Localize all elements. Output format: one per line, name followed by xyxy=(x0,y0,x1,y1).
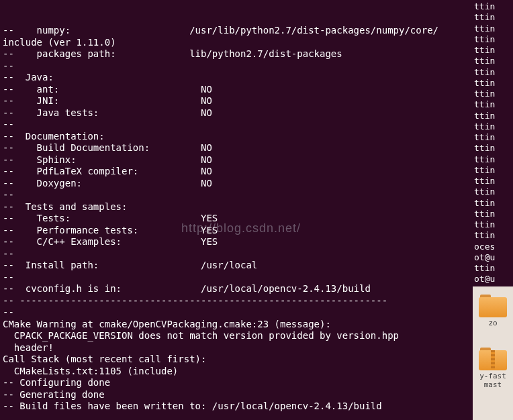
bg-terminal-line: ttin xyxy=(474,99,513,110)
bg-terminal-line: ttin xyxy=(474,1,513,12)
bg-terminal-line: ttin xyxy=(474,143,513,154)
terminal-line: -- xyxy=(3,189,470,201)
bg-terminal-line: ot@u xyxy=(474,252,513,263)
terminal-line: -- packages path: lib/python2.7/dist-pac… xyxy=(3,48,470,60)
terminal-line: CPACK_PACKAGE_VERSION does not match ver… xyxy=(3,330,470,342)
bg-terminal-line: ttin xyxy=(474,230,513,241)
terminal-line: -- numpy: /usr/lib/python2.7/dist-packag… xyxy=(3,25,470,37)
bg-terminal-line: ttin xyxy=(474,154,513,165)
terminal-line: header! xyxy=(3,342,470,354)
terminal-line: -- Documentation: xyxy=(3,131,470,143)
terminal-line: -- xyxy=(3,248,470,260)
desktop-area[interactable]: zo y-fast mast xyxy=(473,286,513,392)
terminal-line: -- xyxy=(3,307,470,319)
terminal-line: -- Build Documentation: NO xyxy=(3,142,470,154)
terminal-line: -- PdfLaTeX compiler: NO xyxy=(3,166,470,178)
terminal-line: -- Tests: YES xyxy=(3,213,470,225)
terminal-line: Call Stack (most recent call first): xyxy=(3,354,470,366)
bg-terminal-line: ttin xyxy=(474,34,513,45)
terminal-line: -- Java: xyxy=(3,72,470,84)
bg-terminal-line: ttin xyxy=(474,111,513,121)
archive-folder-icon[interactable] xyxy=(479,348,507,370)
bg-terminal-line: ttin xyxy=(474,209,513,219)
bg-terminal-line: ttin xyxy=(474,78,513,89)
terminal-line: -- Tests and samples: xyxy=(3,201,470,213)
bg-terminal-line: ttin xyxy=(474,132,513,143)
bg-terminal-line: ttin xyxy=(474,263,513,274)
terminal-line: include (ver 1.11.0) xyxy=(3,37,470,49)
bg-terminal-line: ttin xyxy=(474,23,513,34)
terminal-line: -- Configuring done xyxy=(3,377,470,389)
folder-label: zo xyxy=(474,319,512,327)
bg-terminal-line: ot@u xyxy=(474,274,513,284)
bg-terminal-line: ttin xyxy=(474,176,513,187)
bg-terminal-line: ttin xyxy=(474,165,513,176)
terminal-line: -- Sphinx: NO xyxy=(3,154,470,166)
terminal-line: -- -------------------------------------… xyxy=(3,295,470,307)
terminal-line: -- Java tests: NO xyxy=(3,107,470,119)
terminal-line: -- JNI: NO xyxy=(3,95,470,107)
terminal-window[interactable]: -- numpy: /usr/lib/python2.7/dist-packag… xyxy=(0,0,473,420)
background-terminal-fragment: ttinttinttinttinttinttinttinttinttinttin… xyxy=(473,0,513,286)
bg-terminal-line: ttin xyxy=(474,45,513,56)
folder-label: mast xyxy=(474,380,512,389)
bg-terminal-line: ttin xyxy=(474,67,513,78)
bg-terminal-line: ttin xyxy=(474,219,513,230)
bg-terminal-line: ttin xyxy=(474,12,513,23)
bg-terminal-line: ttin xyxy=(474,56,513,66)
folder-label: y-fast xyxy=(474,372,512,380)
bg-terminal-line: ttin xyxy=(474,89,513,99)
folder-icon[interactable] xyxy=(479,295,507,317)
bg-terminal-line: ttin xyxy=(474,121,513,132)
bg-terminal-line: ttin xyxy=(474,198,513,209)
terminal-line: -- Generating done xyxy=(3,389,470,401)
bg-terminal-line: oces xyxy=(474,242,513,252)
terminal-line: -- cvconfig.h is in: /usr/local/opencv-2… xyxy=(3,283,470,295)
terminal-line: CMakeLists.txt:1105 (include) xyxy=(3,366,470,378)
terminal-line: -- Install path: /usr/local xyxy=(3,260,470,272)
terminal-line: CMake Warning at cmake/OpenCVPackaging.c… xyxy=(3,319,470,331)
terminal-line: -- Performance tests: YES xyxy=(3,225,470,237)
terminal-line: -- xyxy=(3,272,470,284)
terminal-line: -- C/C++ Examples: YES xyxy=(3,236,470,248)
terminal-output: -- numpy: /usr/lib/python2.7/dist-packag… xyxy=(3,25,470,413)
terminal-line: -- Build files have been written to: /us… xyxy=(3,401,470,413)
bg-terminal-line: ttin xyxy=(474,187,513,197)
terminal-line: -- Doxygen: NO xyxy=(3,178,470,190)
terminal-line: -- xyxy=(3,119,470,131)
terminal-line: -- xyxy=(3,60,470,72)
terminal-line: -- ant: NO xyxy=(3,84,470,96)
desktop-background-strip: ttinttinttinttinttinttinttinttinttinttin… xyxy=(473,0,513,420)
